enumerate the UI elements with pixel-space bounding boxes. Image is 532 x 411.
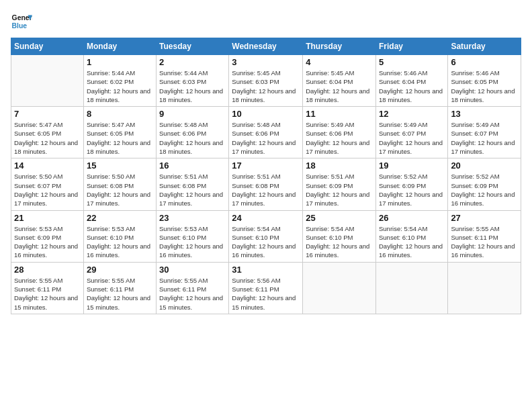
calendar-cell: 31Sunrise: 5:56 AMSunset: 6:11 PMDayligh… bbox=[229, 262, 303, 314]
day-info: Sunrise: 5:55 AMSunset: 6:11 PMDaylight:… bbox=[14, 276, 81, 312]
week-row-4: 28Sunrise: 5:55 AMSunset: 6:11 PMDayligh… bbox=[11, 262, 521, 314]
calendar-cell: 19Sunrise: 5:52 AMSunset: 6:09 PMDayligh… bbox=[375, 158, 447, 210]
day-info: Sunrise: 5:48 AMSunset: 6:06 PMDaylight:… bbox=[232, 120, 300, 156]
day-info: Sunrise: 5:44 AMSunset: 6:02 PMDaylight:… bbox=[87, 68, 153, 104]
day-number: 27 bbox=[451, 213, 518, 223]
day-number: 22 bbox=[87, 213, 153, 223]
day-number: 5 bbox=[379, 57, 445, 67]
calendar-cell: 9Sunrise: 5:48 AMSunset: 6:06 PMDaylight… bbox=[157, 107, 229, 158]
day-number: 14 bbox=[14, 161, 81, 171]
day-number: 4 bbox=[306, 57, 373, 67]
calendar-cell: 24Sunrise: 5:54 AMSunset: 6:10 PMDayligh… bbox=[229, 210, 303, 262]
calendar-cell: 10Sunrise: 5:48 AMSunset: 6:06 PMDayligh… bbox=[229, 107, 303, 158]
day-number: 29 bbox=[87, 265, 153, 275]
day-info: Sunrise: 5:45 AMSunset: 6:03 PMDaylight:… bbox=[232, 68, 300, 104]
day-number: 15 bbox=[87, 161, 153, 171]
day-number: 21 bbox=[14, 213, 81, 223]
day-header-saturday: Saturday bbox=[448, 38, 521, 55]
day-header-tuesday: Tuesday bbox=[157, 38, 229, 55]
calendar-cell: 20Sunrise: 5:52 AMSunset: 6:09 PMDayligh… bbox=[448, 158, 521, 210]
day-number: 2 bbox=[159, 57, 226, 67]
day-info: Sunrise: 5:51 AMSunset: 6:08 PMDaylight:… bbox=[159, 172, 226, 208]
day-info: Sunrise: 5:54 AMSunset: 6:10 PMDaylight:… bbox=[379, 224, 445, 260]
calendar-cell: 26Sunrise: 5:54 AMSunset: 6:10 PMDayligh… bbox=[375, 210, 447, 262]
calendar-cell: 5Sunrise: 5:46 AMSunset: 6:04 PMDaylight… bbox=[375, 55, 447, 107]
day-number: 17 bbox=[232, 161, 300, 171]
week-row-1: 7Sunrise: 5:47 AMSunset: 6:05 PMDaylight… bbox=[11, 107, 521, 158]
calendar-cell: 1Sunrise: 5:44 AMSunset: 6:02 PMDaylight… bbox=[83, 55, 156, 107]
calendar-cell: 25Sunrise: 5:54 AMSunset: 6:10 PMDayligh… bbox=[303, 210, 376, 262]
day-info: Sunrise: 5:49 AMSunset: 6:06 PMDaylight:… bbox=[306, 120, 373, 156]
calendar-cell: 4Sunrise: 5:45 AMSunset: 6:04 PMDaylight… bbox=[303, 55, 376, 107]
day-info: Sunrise: 5:53 AMSunset: 6:10 PMDaylight:… bbox=[87, 224, 153, 260]
day-number: 30 bbox=[159, 265, 226, 275]
calendar-cell: 18Sunrise: 5:51 AMSunset: 6:09 PMDayligh… bbox=[303, 158, 376, 210]
day-info: Sunrise: 5:50 AMSunset: 6:07 PMDaylight:… bbox=[14, 172, 81, 208]
day-header-monday: Monday bbox=[83, 38, 156, 55]
day-number: 23 bbox=[159, 213, 226, 223]
week-row-2: 14Sunrise: 5:50 AMSunset: 6:07 PMDayligh… bbox=[11, 158, 521, 210]
day-number: 12 bbox=[379, 109, 445, 119]
day-info: Sunrise: 5:51 AMSunset: 6:08 PMDaylight:… bbox=[232, 172, 300, 208]
day-number: 1 bbox=[87, 57, 153, 67]
day-number: 31 bbox=[232, 265, 300, 275]
day-info: Sunrise: 5:56 AMSunset: 6:11 PMDaylight:… bbox=[232, 276, 300, 312]
calendar-cell: 8Sunrise: 5:47 AMSunset: 6:05 PMDaylight… bbox=[83, 107, 156, 158]
calendar-cell bbox=[375, 262, 447, 314]
day-info: Sunrise: 5:44 AMSunset: 6:03 PMDaylight:… bbox=[159, 68, 226, 104]
day-number: 24 bbox=[232, 213, 300, 223]
calendar-cell: 16Sunrise: 5:51 AMSunset: 6:08 PMDayligh… bbox=[157, 158, 229, 210]
calendar-cell: 21Sunrise: 5:53 AMSunset: 6:09 PMDayligh… bbox=[11, 210, 84, 262]
day-number: 9 bbox=[159, 109, 226, 119]
day-info: Sunrise: 5:53 AMSunset: 6:09 PMDaylight:… bbox=[14, 224, 81, 260]
calendar-cell: 7Sunrise: 5:47 AMSunset: 6:05 PMDaylight… bbox=[11, 107, 84, 158]
day-number: 13 bbox=[451, 109, 518, 119]
day-number: 19 bbox=[379, 161, 445, 171]
day-info: Sunrise: 5:54 AMSunset: 6:10 PMDaylight:… bbox=[232, 224, 300, 260]
calendar-cell bbox=[448, 262, 521, 314]
day-info: Sunrise: 5:55 AMSunset: 6:11 PMDaylight:… bbox=[159, 276, 226, 312]
day-info: Sunrise: 5:46 AMSunset: 6:05 PMDaylight:… bbox=[451, 68, 518, 104]
svg-text:Blue: Blue bbox=[12, 22, 28, 30]
calendar-cell: 2Sunrise: 5:44 AMSunset: 6:03 PMDaylight… bbox=[157, 55, 229, 107]
day-number: 16 bbox=[159, 161, 226, 171]
day-info: Sunrise: 5:47 AMSunset: 6:05 PMDaylight:… bbox=[87, 120, 153, 156]
day-number: 7 bbox=[14, 109, 81, 119]
calendar-cell: 3Sunrise: 5:45 AMSunset: 6:03 PMDaylight… bbox=[229, 55, 303, 107]
day-header-thursday: Thursday bbox=[303, 38, 376, 55]
day-info: Sunrise: 5:48 AMSunset: 6:06 PMDaylight:… bbox=[159, 120, 226, 156]
day-number: 11 bbox=[306, 109, 373, 119]
logo-icon: General Blue bbox=[11, 11, 32, 32]
day-header-sunday: Sunday bbox=[11, 38, 84, 55]
calendar-cell: 17Sunrise: 5:51 AMSunset: 6:08 PMDayligh… bbox=[229, 158, 303, 210]
day-number: 10 bbox=[232, 109, 300, 119]
day-number: 25 bbox=[306, 213, 373, 223]
day-info: Sunrise: 5:55 AMSunset: 6:11 PMDaylight:… bbox=[451, 224, 518, 260]
day-header-friday: Friday bbox=[375, 38, 447, 55]
day-info: Sunrise: 5:53 AMSunset: 6:10 PMDaylight:… bbox=[159, 224, 226, 260]
calendar-cell: 22Sunrise: 5:53 AMSunset: 6:10 PMDayligh… bbox=[83, 210, 156, 262]
day-info: Sunrise: 5:47 AMSunset: 6:05 PMDaylight:… bbox=[14, 120, 81, 156]
calendar-cell: 29Sunrise: 5:55 AMSunset: 6:11 PMDayligh… bbox=[83, 262, 156, 314]
day-info: Sunrise: 5:49 AMSunset: 6:07 PMDaylight:… bbox=[451, 120, 518, 156]
page-header: General Blue bbox=[11, 11, 521, 32]
day-info: Sunrise: 5:52 AMSunset: 6:09 PMDaylight:… bbox=[451, 172, 518, 208]
day-info: Sunrise: 5:50 AMSunset: 6:08 PMDaylight:… bbox=[87, 172, 153, 208]
day-header-wednesday: Wednesday bbox=[229, 38, 303, 55]
calendar-cell: 27Sunrise: 5:55 AMSunset: 6:11 PMDayligh… bbox=[448, 210, 521, 262]
calendar-cell: 15Sunrise: 5:50 AMSunset: 6:08 PMDayligh… bbox=[83, 158, 156, 210]
calendar-cell: 28Sunrise: 5:55 AMSunset: 6:11 PMDayligh… bbox=[11, 262, 84, 314]
day-info: Sunrise: 5:54 AMSunset: 6:10 PMDaylight:… bbox=[306, 224, 373, 260]
week-row-3: 21Sunrise: 5:53 AMSunset: 6:09 PMDayligh… bbox=[11, 210, 521, 262]
calendar-cell bbox=[11, 55, 84, 107]
calendar-cell: 11Sunrise: 5:49 AMSunset: 6:06 PMDayligh… bbox=[303, 107, 376, 158]
calendar-cell: 23Sunrise: 5:53 AMSunset: 6:10 PMDayligh… bbox=[157, 210, 229, 262]
day-number: 28 bbox=[14, 265, 81, 275]
calendar-cell: 14Sunrise: 5:50 AMSunset: 6:07 PMDayligh… bbox=[11, 158, 84, 210]
day-info: Sunrise: 5:45 AMSunset: 6:04 PMDaylight:… bbox=[306, 68, 373, 104]
week-row-0: 1Sunrise: 5:44 AMSunset: 6:02 PMDaylight… bbox=[11, 55, 521, 107]
calendar-cell: 13Sunrise: 5:49 AMSunset: 6:07 PMDayligh… bbox=[448, 107, 521, 158]
day-number: 8 bbox=[87, 109, 153, 119]
calendar-cell: 30Sunrise: 5:55 AMSunset: 6:11 PMDayligh… bbox=[157, 262, 229, 314]
calendar-cell bbox=[303, 262, 376, 314]
